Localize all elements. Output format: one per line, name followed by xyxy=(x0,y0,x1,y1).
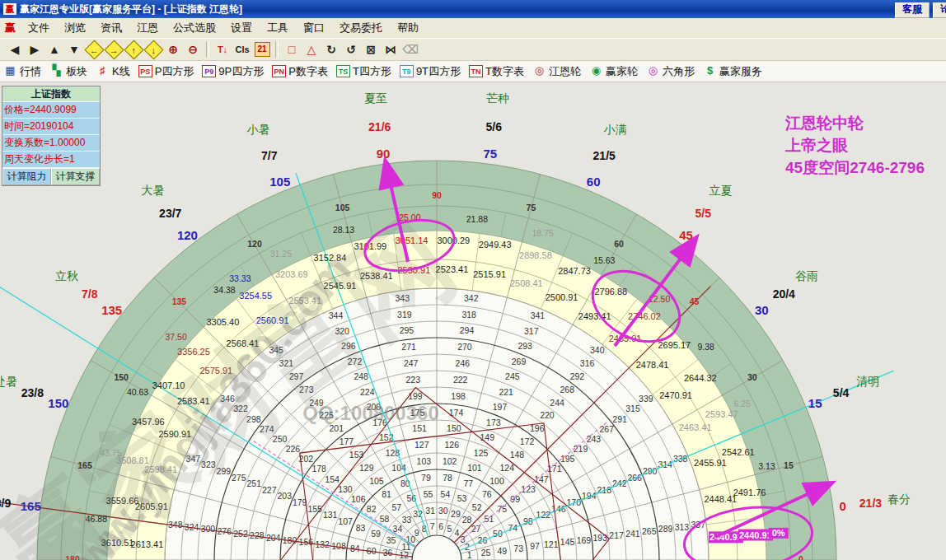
toolbar-item-winner-service[interactable]: $赢家服务 xyxy=(703,64,762,79)
pan-left-button[interactable]: ← xyxy=(84,40,104,58)
menu-item-2[interactable]: 资讯 xyxy=(93,19,129,37)
draw-triangle-button[interactable]: △ xyxy=(302,40,321,58)
calc-support-button[interactable]: 计算支撑 xyxy=(51,168,100,185)
menu-item-0[interactable]: 文件 xyxy=(21,19,57,37)
toolbar-item-9t-square[interactable]: T99T四方形 xyxy=(400,64,461,79)
toolbar-item-t-table[interactable]: TNT数字表 xyxy=(469,64,524,79)
kline-icon: ♯ xyxy=(96,65,110,77)
svg-text:76: 76 xyxy=(482,489,492,499)
client-service-button[interactable]: 客服 xyxy=(895,2,930,18)
annotation-line-1: 江恩轮中轮 xyxy=(785,112,925,134)
toolbar-item-t-square[interactable]: TST四方形 xyxy=(336,64,391,79)
svg-text:150: 150 xyxy=(447,423,461,433)
cls-button[interactable]: Cls xyxy=(232,40,252,58)
toolbar-item-p-table[interactable]: PNP数字表 xyxy=(272,64,328,79)
menu-item-3[interactable]: 江恩 xyxy=(129,19,166,37)
zoom-in-button[interactable]: ⊕ xyxy=(163,40,183,58)
price-ring-outer-value: 2695.17 xyxy=(658,340,691,350)
svg-text:121: 121 xyxy=(544,539,559,549)
svg-text:124: 124 xyxy=(499,463,514,473)
svg-text:25: 25 xyxy=(481,548,491,558)
svg-text:77: 77 xyxy=(463,478,473,488)
9p-square-icon: P9 xyxy=(202,65,216,77)
svg-text:223: 223 xyxy=(406,375,421,385)
menu-item-4[interactable]: 公式选股 xyxy=(166,19,223,37)
degree-ring-value: 15 xyxy=(784,460,794,470)
svg-text:98: 98 xyxy=(523,516,533,526)
svg-text:291: 291 xyxy=(612,414,627,424)
hexagon-icon: ◎ xyxy=(646,65,660,77)
svg-text:58: 58 xyxy=(380,514,390,524)
toolbar-item-p-square[interactable]: PSP四方形 xyxy=(138,64,194,79)
rotate-ccw-button[interactable]: ↺ xyxy=(341,40,361,58)
calc-resistance-button[interactable]: 计算阻力 xyxy=(2,168,51,185)
toolbar-main: ◀▶▲▼←→↑↓⊕⊖T↓Cls21□△↻↺⊠⋈⌫ xyxy=(0,38,946,61)
clear-button[interactable]: ⌫ xyxy=(400,40,420,58)
down-button[interactable]: ▼ xyxy=(64,40,84,58)
pan-right-button[interactable]: → xyxy=(104,40,124,58)
menu-item-8[interactable]: 交易委托 xyxy=(332,19,390,37)
svg-text:193: 193 xyxy=(593,533,608,543)
boxed-x-button[interactable]: ⊠ xyxy=(361,40,381,58)
date-label: 21/6 xyxy=(368,120,391,133)
annotation-line-3: 45度空间2746-2796 xyxy=(785,156,925,179)
svg-text:29: 29 xyxy=(451,509,461,519)
percent-ring-value: 6.25 xyxy=(733,399,751,408)
toolbar-item-gann-wheel[interactable]: ◎江恩轮 xyxy=(532,64,581,79)
svg-text:196: 196 xyxy=(530,423,545,433)
highlight-value: 0% xyxy=(772,528,785,538)
toolbar-item-hexagon[interactable]: ◎六角形 xyxy=(646,64,695,79)
price-ring-inner-value: 2455.91 xyxy=(694,458,727,468)
pan-down-button[interactable]: ↓ xyxy=(143,40,163,58)
menu-item-6[interactable]: 工具 xyxy=(260,19,296,37)
menu-item-7[interactable]: 窗口 xyxy=(296,19,332,37)
sort-updown-button[interactable]: T↓ xyxy=(213,40,232,58)
svg-text:270: 270 xyxy=(457,342,472,352)
svg-text:199: 199 xyxy=(408,391,423,401)
rotate-cw-button[interactable]: ↻ xyxy=(321,40,341,58)
price-ring-outer-value: 2542.61 xyxy=(722,447,755,457)
forum-button[interactable]: 论 xyxy=(933,2,946,18)
toolbar-item-sectors[interactable]: ▚板块 xyxy=(49,64,87,79)
svg-text:294: 294 xyxy=(460,325,475,335)
price-ring-outer-value: 2898.58 xyxy=(519,250,552,260)
price-ring-inner-value: 2500.91 xyxy=(546,292,578,302)
svg-text:101: 101 xyxy=(467,463,482,473)
svg-text:247: 247 xyxy=(404,358,419,368)
toolbar-item-9p-square[interactable]: P99P四方形 xyxy=(202,64,264,79)
svg-text:103: 103 xyxy=(417,456,432,466)
panel-row-2: 变换系数=1.00000 xyxy=(2,135,100,152)
winner-wheel-label: 赢家轮 xyxy=(606,64,638,79)
quotes-label: 行情 xyxy=(20,64,41,79)
svg-text:107: 107 xyxy=(338,516,353,526)
menu-item-1[interactable]: 浏览 xyxy=(57,19,93,37)
title-bar[interactable]: 赢 赢家江恩专业版[赢家服务平台] - [上证指数 江恩轮] 客服 论 xyxy=(0,0,946,18)
center-mark-button[interactable]: ⋈ xyxy=(381,40,400,58)
percent-ring-value: 28.13 xyxy=(333,225,354,235)
svg-text:130: 130 xyxy=(338,484,353,494)
pan-up-button[interactable]: ↑ xyxy=(124,40,143,58)
up-button[interactable]: ▲ xyxy=(44,40,64,58)
percent-ring-value: 18.75 xyxy=(532,228,553,238)
calendar-21-button[interactable]: 21 xyxy=(252,40,272,58)
svg-text:55: 55 xyxy=(424,489,433,499)
solar-term-label: 春分 xyxy=(887,492,911,506)
toolbar-item-kline[interactable]: ♯K线 xyxy=(96,64,130,79)
toolbar-item-winner-wheel[interactable]: ◉赢家轮 xyxy=(589,64,638,79)
price-ring-inner-value: 2493.41 xyxy=(578,311,611,321)
winner-wheel-icon: ◉ xyxy=(589,65,603,77)
annotation-line-2: 上帝之眼 xyxy=(785,134,925,156)
svg-text:177: 177 xyxy=(340,436,354,446)
forward-button[interactable]: ▶ xyxy=(25,40,44,58)
watermark-qq: QQ:100800360 xyxy=(302,402,438,424)
toolbar-item-quotes[interactable]: ▦行情 xyxy=(3,64,41,79)
draw-square-button[interactable]: □ xyxy=(282,40,302,58)
svg-text:75: 75 xyxy=(497,504,507,514)
zoom-out-button[interactable]: ⊖ xyxy=(183,40,203,58)
back-button[interactable]: ◀ xyxy=(5,40,25,58)
menu-item-9[interactable]: 帮助 xyxy=(390,19,426,37)
svg-text:131: 131 xyxy=(323,510,338,520)
price-ring-outer-value: 2796.88 xyxy=(594,287,627,296)
menu-item-5[interactable]: 设置 xyxy=(223,19,260,37)
highlight-value: 2440.91 xyxy=(739,530,772,540)
